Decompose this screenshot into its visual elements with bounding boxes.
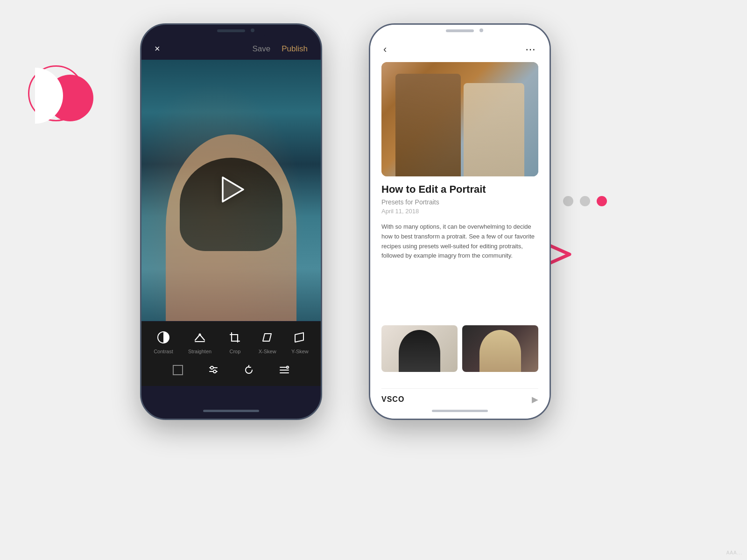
article-subtitle: Presets for Portraits xyxy=(381,198,538,206)
tool-x-skew[interactable]: X-Skew xyxy=(259,329,276,354)
notch-1 xyxy=(196,25,266,40)
article-img-person1 xyxy=(395,74,461,176)
camera-2 xyxy=(479,28,483,32)
svg-rect-4 xyxy=(173,365,183,375)
x-skew-label: X-Skew xyxy=(259,349,276,354)
back-button[interactable]: ‹ xyxy=(383,43,387,56)
bottom-toolbar: Contrast Straighten xyxy=(141,322,321,386)
svg-point-2 xyxy=(199,334,201,336)
contrast-label: Contrast xyxy=(154,349,173,354)
thumbnail-2 xyxy=(462,325,538,372)
tool-crop[interactable]: Crop xyxy=(226,329,243,354)
article-body: With so many options, it can be overwhel… xyxy=(381,222,538,261)
camera-1 xyxy=(251,28,254,32)
icon-row xyxy=(141,358,321,386)
straighten-label: Straighten xyxy=(188,349,211,354)
tool-y-skew[interactable]: Y-Skew xyxy=(291,329,309,354)
presets-icon-btn[interactable] xyxy=(276,362,293,378)
phones-container: × Save Publish xyxy=(65,23,626,420)
brand-logo: VSCO xyxy=(381,395,404,404)
article-date: April 11, 2018 xyxy=(381,208,538,215)
editor-header: × Save Publish xyxy=(141,43,321,54)
close-button[interactable]: × xyxy=(155,43,160,54)
svg-marker-0 xyxy=(223,177,243,202)
crop-icon xyxy=(226,329,243,346)
svg-point-12 xyxy=(287,366,289,369)
article-content: How to Edit a Portrait Presets for Portr… xyxy=(381,183,538,270)
thumbnail-1 xyxy=(381,325,458,372)
home-bar-2 xyxy=(432,410,488,412)
svg-point-8 xyxy=(213,370,216,373)
footer-play-button[interactable]: ▶ xyxy=(532,394,538,405)
photo-area xyxy=(141,60,321,321)
home-bar-1 xyxy=(203,410,259,412)
more-button[interactable]: ⋯ xyxy=(525,43,536,56)
phone-article: ‹ ⋯ How to Edit a Portrait Presets for P… xyxy=(369,23,551,420)
article-img-person2 xyxy=(464,83,524,176)
frame-icon-btn[interactable] xyxy=(169,362,186,378)
article-screen: ‹ ⋯ How to Edit a Portrait Presets for P… xyxy=(370,25,550,419)
publish-button[interactable]: Publish xyxy=(282,44,308,54)
photo-person xyxy=(166,134,296,321)
straighten-icon xyxy=(191,329,208,346)
watermark: AAA... xyxy=(726,550,742,555)
y-skew-label: Y-Skew xyxy=(291,349,309,354)
history-icon-btn[interactable] xyxy=(240,362,257,378)
crop-label: Crop xyxy=(230,349,241,354)
thumbnail-row xyxy=(381,325,538,372)
y-skew-icon xyxy=(291,329,308,346)
tool-straighten[interactable]: Straighten xyxy=(188,329,211,354)
article-title: How to Edit a Portrait xyxy=(381,183,538,196)
x-skew-icon xyxy=(259,329,276,346)
article-image xyxy=(381,62,538,176)
phone-editor: × Save Publish xyxy=(140,23,322,420)
svg-point-6 xyxy=(211,366,213,369)
speaker-1 xyxy=(217,29,245,32)
tool-contrast[interactable]: Contrast xyxy=(154,329,173,354)
article-header: ‹ ⋯ xyxy=(370,43,550,56)
notch-2 xyxy=(425,25,495,40)
tool-row: Contrast Straighten xyxy=(141,322,321,358)
save-button[interactable]: Save xyxy=(252,44,270,54)
article-footer: VSCO ▶ xyxy=(381,388,538,405)
adjustments-icon-btn[interactable] xyxy=(205,362,222,378)
contrast-icon xyxy=(155,329,172,346)
play-button[interactable] xyxy=(212,171,250,210)
speaker-2 xyxy=(446,29,474,32)
